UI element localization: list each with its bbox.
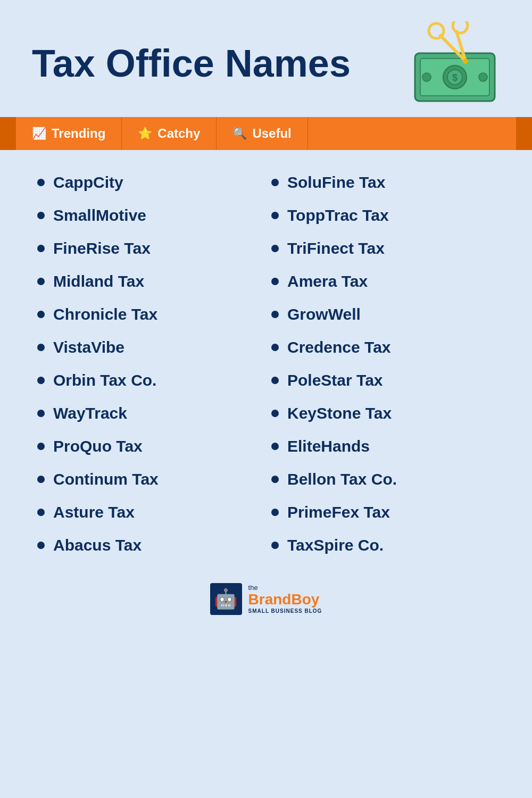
svg-point-11 [463, 59, 468, 64]
list-item: Bellon Tax Co. [266, 463, 500, 496]
bullet-icon [37, 476, 45, 483]
bullet-icon [37, 179, 45, 186]
name-text: VistaVibe [53, 338, 124, 356]
content-section: CappCitySoluFine TaxSmallMotiveToppTrac … [0, 150, 532, 572]
tab-useful-label: Useful [252, 126, 291, 141]
list-item: Credence Tax [266, 331, 500, 364]
bullet-icon [37, 278, 45, 285]
list-item: GrowWell [266, 298, 500, 331]
list-item: ProQuo Tax [32, 430, 266, 463]
list-item: ToppTrac Tax [266, 199, 500, 232]
name-text: EliteHands [287, 437, 370, 455]
page-title: Tax Office Names [32, 43, 404, 85]
bullet-icon [271, 443, 279, 450]
list-item: Midland Tax [32, 265, 266, 298]
list-item: TriFinect Tax [266, 232, 500, 265]
tab-left-block [0, 117, 16, 150]
list-item: Continum Tax [32, 463, 266, 496]
svg-point-6 [479, 73, 487, 81]
name-text: Continum Tax [53, 470, 159, 488]
name-text: Asture Tax [53, 503, 135, 521]
tab-trending-label: Trending [52, 126, 105, 141]
bullet-icon [271, 542, 279, 549]
name-text: CappCity [53, 173, 123, 192]
list-item: PoleStar Tax [266, 364, 500, 397]
names-grid: CappCitySoluFine TaxSmallMotiveToppTrac … [32, 166, 500, 562]
bullet-icon [37, 377, 45, 384]
footer-the: the [248, 584, 322, 592]
list-item: VistaVibe [32, 331, 266, 364]
tabs-inner: 📈 Trending ⭐ Catchy 🔍 Useful [16, 117, 516, 150]
name-text: TaxSpire Co. [287, 536, 384, 554]
list-item: Orbin Tax Co. [32, 364, 266, 397]
bullet-icon [37, 542, 45, 549]
bullet-icon [271, 179, 279, 186]
list-item: WayTrack [32, 397, 266, 430]
list-item: CappCity [32, 166, 266, 199]
bullet-icon [37, 212, 45, 219]
name-text: Credence Tax [287, 338, 391, 356]
bullet-icon [37, 245, 45, 252]
footer-text: the BrandBoy SMALL BUSINESS BLOG [248, 584, 322, 614]
footer-logo-icon: 🤖 [214, 588, 238, 610]
useful-icon: 🔍 [232, 127, 247, 140]
tab-catchy-label: Catchy [157, 126, 200, 141]
name-text: ToppTrac Tax [287, 206, 389, 225]
list-item: Chronicle Tax [32, 298, 266, 331]
bullet-icon [37, 509, 45, 516]
name-text: TriFinect Tax [287, 239, 385, 257]
bullet-icon [271, 476, 279, 483]
bullet-icon [271, 377, 279, 384]
header: Tax Office Names $ [0, 0, 532, 117]
bullet-icon [37, 410, 45, 417]
name-text: PoleStar Tax [287, 371, 383, 389]
bullet-icon [271, 344, 279, 351]
tabs-bar: 📈 Trending ⭐ Catchy 🔍 Useful [0, 117, 532, 150]
name-text: Midland Tax [53, 272, 144, 290]
name-text: Amera Tax [287, 272, 368, 290]
footer-sub: SMALL BUSINESS BLOG [248, 608, 322, 614]
list-item: TaxSpire Co. [266, 529, 500, 562]
name-text: FineRise Tax [53, 239, 151, 257]
header-illustration: $ [404, 21, 500, 106]
bullet-icon [271, 212, 279, 219]
name-text: PrimeFex Tax [287, 503, 390, 521]
list-item: Amera Tax [266, 265, 500, 298]
name-text: SmallMotive [53, 206, 146, 225]
bullet-icon [271, 509, 279, 516]
tab-right-block [516, 117, 532, 150]
name-text: Chronicle Tax [53, 305, 157, 323]
name-text: Bellon Tax Co. [287, 470, 397, 488]
name-text: Orbin Tax Co. [53, 371, 156, 389]
name-text: GrowWell [287, 305, 361, 323]
list-item: Abacus Tax [32, 529, 266, 562]
trending-icon: 📈 [32, 127, 46, 140]
list-item: KeyStone Tax [266, 397, 500, 430]
list-item: PrimeFex Tax [266, 496, 500, 529]
list-item: SoluFine Tax [266, 166, 500, 199]
bullet-icon [37, 443, 45, 450]
tab-useful[interactable]: 🔍 Useful [217, 117, 307, 150]
list-item: SmallMotive [32, 199, 266, 232]
list-item: FineRise Tax [32, 232, 266, 265]
tab-catchy[interactable]: ⭐ Catchy [122, 117, 217, 150]
list-item: Asture Tax [32, 496, 266, 529]
name-text: KeyStone Tax [287, 404, 392, 422]
bullet-icon [37, 344, 45, 351]
name-text: SoluFine Tax [287, 173, 385, 192]
bullet-icon [271, 410, 279, 417]
name-text: Abacus Tax [53, 536, 142, 554]
bullet-icon [271, 311, 279, 318]
footer-brand: BrandBoy [248, 592, 322, 608]
svg-text:$: $ [452, 72, 458, 83]
name-text: ProQuo Tax [53, 437, 143, 455]
bullet-icon [37, 311, 45, 318]
name-text: WayTrack [53, 404, 127, 422]
catchy-icon: ⭐ [138, 127, 152, 140]
footer: 🤖 the BrandBoy SMALL BUSINESS BLOG [210, 583, 322, 615]
tab-trending[interactable]: 📈 Trending [16, 117, 122, 150]
bullet-icon [271, 278, 279, 285]
list-item: EliteHands [266, 430, 500, 463]
svg-point-5 [422, 73, 431, 81]
bullet-icon [271, 245, 279, 252]
